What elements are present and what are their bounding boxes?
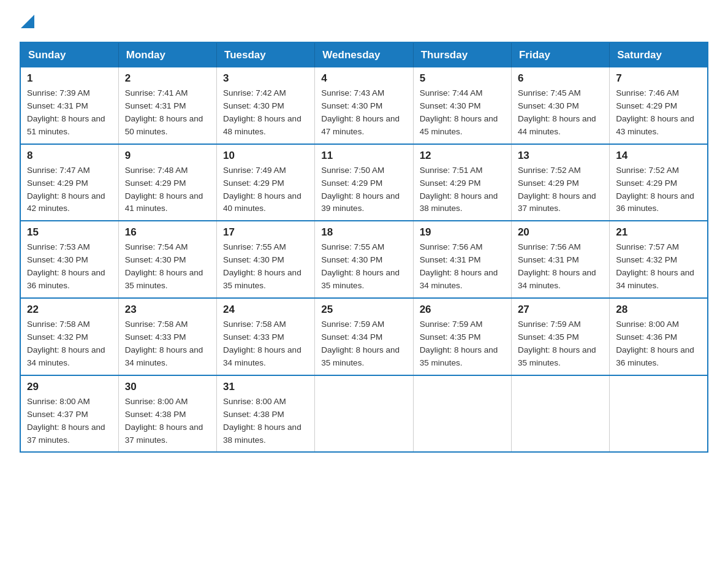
calendar-cell: 13 Sunrise: 7:52 AMSunset: 4:29 PMDaylig… xyxy=(511,144,609,221)
header-wednesday: Wednesday xyxy=(315,42,413,67)
day-info: Sunrise: 7:39 AMSunset: 4:31 PMDaylight:… xyxy=(27,88,105,136)
day-info: Sunrise: 7:43 AMSunset: 4:30 PMDaylight:… xyxy=(321,88,400,136)
day-number: 4 xyxy=(321,72,406,85)
day-info: Sunrise: 7:53 AMSunset: 4:30 PMDaylight:… xyxy=(27,242,105,290)
day-number: 22 xyxy=(27,304,112,316)
svg-marker-0 xyxy=(21,15,34,28)
day-number: 29 xyxy=(27,381,112,393)
day-info: Sunrise: 8:00 AMSunset: 4:38 PMDaylight:… xyxy=(223,397,301,445)
page-header xyxy=(20,15,708,31)
calendar-cell: 20 Sunrise: 7:56 AMSunset: 4:31 PMDaylig… xyxy=(511,221,609,298)
day-info: Sunrise: 7:55 AMSunset: 4:30 PMDaylight:… xyxy=(321,242,400,290)
calendar-cell: 2 Sunrise: 7:41 AMSunset: 4:31 PMDayligh… xyxy=(118,67,216,144)
day-info: Sunrise: 7:54 AMSunset: 4:30 PMDaylight:… xyxy=(125,242,203,290)
calendar-cell: 28 Sunrise: 8:00 AMSunset: 4:36 PMDaylig… xyxy=(610,298,708,375)
calendar-cell: 19 Sunrise: 7:56 AMSunset: 4:31 PMDaylig… xyxy=(413,221,511,298)
day-info: Sunrise: 7:58 AMSunset: 4:32 PMDaylight:… xyxy=(27,320,105,367)
day-number: 3 xyxy=(223,72,308,85)
day-number: 14 xyxy=(616,150,701,162)
calendar-header-row: SundayMondayTuesdayWednesdayThursdayFrid… xyxy=(20,42,708,67)
calendar-table: SundayMondayTuesdayWednesdayThursdayFrid… xyxy=(20,42,708,453)
calendar-cell: 6 Sunrise: 7:45 AMSunset: 4:30 PMDayligh… xyxy=(511,67,609,144)
calendar-cell: 31 Sunrise: 8:00 AMSunset: 4:38 PMDaylig… xyxy=(217,375,315,453)
header-saturday: Saturday xyxy=(610,42,708,67)
day-number: 7 xyxy=(616,72,701,85)
calendar-cell: 3 Sunrise: 7:42 AMSunset: 4:30 PMDayligh… xyxy=(217,67,315,144)
calendar-week-row: 1 Sunrise: 7:39 AMSunset: 4:31 PMDayligh… xyxy=(20,67,708,144)
day-number: 15 xyxy=(27,226,112,239)
day-number: 18 xyxy=(321,226,406,239)
day-info: Sunrise: 7:57 AMSunset: 4:32 PMDaylight:… xyxy=(616,242,694,290)
day-info: Sunrise: 7:45 AMSunset: 4:30 PMDaylight:… xyxy=(518,88,596,136)
calendar-cell: 9 Sunrise: 7:48 AMSunset: 4:29 PMDayligh… xyxy=(118,144,216,221)
calendar-cell: 24 Sunrise: 7:58 AMSunset: 4:33 PMDaylig… xyxy=(217,298,315,375)
day-number: 24 xyxy=(223,304,308,316)
calendar-cell xyxy=(315,375,413,453)
day-info: Sunrise: 8:00 AMSunset: 4:37 PMDaylight:… xyxy=(27,397,105,445)
header-sunday: Sunday xyxy=(20,42,118,67)
day-info: Sunrise: 7:59 AMSunset: 4:35 PMDaylight:… xyxy=(420,320,498,367)
day-info: Sunrise: 7:50 AMSunset: 4:29 PMDaylight:… xyxy=(321,166,400,213)
day-number: 28 xyxy=(616,304,701,316)
day-number: 13 xyxy=(518,150,603,162)
calendar-cell: 22 Sunrise: 7:58 AMSunset: 4:32 PMDaylig… xyxy=(20,298,118,375)
calendar-week-row: 22 Sunrise: 7:58 AMSunset: 4:32 PMDaylig… xyxy=(20,298,708,375)
day-number: 19 xyxy=(420,226,505,239)
day-info: Sunrise: 7:47 AMSunset: 4:29 PMDaylight:… xyxy=(27,166,105,213)
calendar-week-row: 29 Sunrise: 8:00 AMSunset: 4:37 PMDaylig… xyxy=(20,375,708,453)
day-info: Sunrise: 7:56 AMSunset: 4:31 PMDaylight:… xyxy=(420,242,498,290)
calendar-cell: 15 Sunrise: 7:53 AMSunset: 4:30 PMDaylig… xyxy=(20,221,118,298)
day-number: 25 xyxy=(321,304,406,316)
calendar-cell: 1 Sunrise: 7:39 AMSunset: 4:31 PMDayligh… xyxy=(20,67,118,144)
day-info: Sunrise: 7:52 AMSunset: 4:29 PMDaylight:… xyxy=(518,166,596,213)
day-info: Sunrise: 7:55 AMSunset: 4:30 PMDaylight:… xyxy=(223,242,301,290)
day-number: 10 xyxy=(223,150,308,162)
day-number: 26 xyxy=(420,304,505,316)
calendar-cell xyxy=(610,375,708,453)
calendar-cell: 29 Sunrise: 8:00 AMSunset: 4:37 PMDaylig… xyxy=(20,375,118,453)
day-info: Sunrise: 7:48 AMSunset: 4:29 PMDaylight:… xyxy=(125,166,203,213)
header-monday: Monday xyxy=(118,42,216,67)
day-info: Sunrise: 8:00 AMSunset: 4:36 PMDaylight:… xyxy=(616,320,694,367)
calendar-cell: 23 Sunrise: 7:58 AMSunset: 4:33 PMDaylig… xyxy=(118,298,216,375)
day-info: Sunrise: 7:59 AMSunset: 4:35 PMDaylight:… xyxy=(518,320,596,367)
day-info: Sunrise: 7:58 AMSunset: 4:33 PMDaylight:… xyxy=(125,320,203,367)
day-number: 11 xyxy=(321,150,406,162)
logo xyxy=(20,15,34,31)
day-info: Sunrise: 7:51 AMSunset: 4:29 PMDaylight:… xyxy=(420,166,498,213)
calendar-cell: 10 Sunrise: 7:49 AMSunset: 4:29 PMDaylig… xyxy=(217,144,315,221)
day-number: 9 xyxy=(125,150,210,162)
header-thursday: Thursday xyxy=(413,42,511,67)
header-tuesday: Tuesday xyxy=(217,42,315,67)
day-number: 16 xyxy=(125,226,210,239)
day-number: 1 xyxy=(27,72,112,85)
day-number: 6 xyxy=(518,72,603,85)
day-number: 23 xyxy=(125,304,210,316)
day-info: Sunrise: 7:46 AMSunset: 4:29 PMDaylight:… xyxy=(616,88,694,136)
day-number: 31 xyxy=(223,381,308,393)
calendar-cell: 21 Sunrise: 7:57 AMSunset: 4:32 PMDaylig… xyxy=(610,221,708,298)
calendar-cell: 30 Sunrise: 8:00 AMSunset: 4:38 PMDaylig… xyxy=(118,375,216,453)
calendar-cell: 12 Sunrise: 7:51 AMSunset: 4:29 PMDaylig… xyxy=(413,144,511,221)
calendar-week-row: 15 Sunrise: 7:53 AMSunset: 4:30 PMDaylig… xyxy=(20,221,708,298)
calendar-cell: 5 Sunrise: 7:44 AMSunset: 4:30 PMDayligh… xyxy=(413,67,511,144)
calendar-cell: 11 Sunrise: 7:50 AMSunset: 4:29 PMDaylig… xyxy=(315,144,413,221)
day-info: Sunrise: 7:42 AMSunset: 4:30 PMDaylight:… xyxy=(223,88,301,136)
day-number: 8 xyxy=(27,150,112,162)
calendar-cell: 25 Sunrise: 7:59 AMSunset: 4:34 PMDaylig… xyxy=(315,298,413,375)
day-number: 30 xyxy=(125,381,210,393)
day-number: 2 xyxy=(125,72,210,85)
day-number: 20 xyxy=(518,226,603,239)
day-number: 17 xyxy=(223,226,308,239)
calendar-cell: 16 Sunrise: 7:54 AMSunset: 4:30 PMDaylig… xyxy=(118,221,216,298)
day-number: 12 xyxy=(420,150,505,162)
calendar-cell: 27 Sunrise: 7:59 AMSunset: 4:35 PMDaylig… xyxy=(511,298,609,375)
calendar-cell xyxy=(413,375,511,453)
day-info: Sunrise: 7:49 AMSunset: 4:29 PMDaylight:… xyxy=(223,166,301,213)
calendar-cell: 17 Sunrise: 7:55 AMSunset: 4:30 PMDaylig… xyxy=(217,221,315,298)
day-number: 27 xyxy=(518,304,603,316)
logo-triangle-icon xyxy=(21,15,34,28)
day-info: Sunrise: 7:52 AMSunset: 4:29 PMDaylight:… xyxy=(616,166,694,213)
calendar-cell: 7 Sunrise: 7:46 AMSunset: 4:29 PMDayligh… xyxy=(610,67,708,144)
calendar-cell: 14 Sunrise: 7:52 AMSunset: 4:29 PMDaylig… xyxy=(610,144,708,221)
